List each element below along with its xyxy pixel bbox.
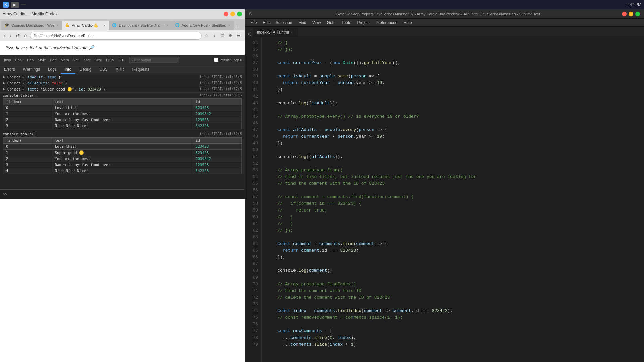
menu-help[interactable]: Help: [401, 20, 415, 26]
console-row-isadult: ▶ Object { isAdult: true } index-START.h…: [0, 74, 245, 80]
console-location-3[interactable]: index-START.html:67:5: [200, 87, 242, 91]
expand-arrow[interactable]: ▶: [3, 75, 5, 79]
settings-icon[interactable]: ⚙: [227, 32, 234, 39]
forward-button[interactable]: ›: [8, 32, 13, 39]
os-tag[interactable]: [21, 4, 26, 5]
devtools-tab-css[interactable]: CSS: [95, 65, 112, 74]
sublime-max-btn[interactable]: [635, 12, 640, 16]
expand-arrow-2[interactable]: ▶: [3, 81, 5, 85]
url-input[interactable]: [30, 32, 202, 40]
menu-goto[interactable]: Goto: [324, 20, 338, 26]
devtools-tab-logs[interactable]: Logs: [44, 65, 61, 74]
table1-label: console.table(): [0, 93, 39, 98]
code-line: [267, 160, 639, 167]
devtools-tab-xhr[interactable]: XHR: [112, 65, 128, 74]
devtools-mem-btn[interactable]: Mem: [59, 57, 71, 63]
browser-tab-newpost[interactable]: 🌐 Add a New Post ‹ Starlifter: ×: [172, 21, 234, 30]
code-line: // Find the comment with this ID: [267, 288, 639, 294]
line-number: 47: [245, 127, 258, 133]
line-number: 35: [245, 46, 258, 53]
menu-file[interactable]: File: [248, 20, 259, 26]
sublime-tab-close[interactable]: ×: [291, 31, 293, 34]
home-button[interactable]: ⌂: [23, 32, 29, 39]
browser-close-btn[interactable]: [224, 12, 228, 16]
code-line: });: [267, 254, 639, 261]
browser-panel: Array Cardio — Mozilla Firefox 🎓 Courses…: [0, 9, 245, 362]
code-line: return currentYear - person.year >= 19;: [267, 133, 639, 140]
line-number: 70: [245, 281, 258, 288]
devtools-scra-btn[interactable]: Scra: [93, 57, 104, 63]
persist-logs-checkbox[interactable]: Persist Logs: [214, 58, 240, 62]
code-line: [267, 261, 639, 267]
devtools-tab-debug[interactable]: Debug: [75, 65, 95, 74]
menu-project[interactable]: Project: [355, 20, 372, 26]
devtools-stor-btn[interactable]: Stor: [82, 57, 93, 63]
browser-tab-courses[interactable]: 🎓 Courses Dashboard | Wes ×: [1, 21, 62, 30]
devtools-inspector-btn[interactable]: Insp: [2, 57, 13, 63]
menu-preferences[interactable]: Preferences: [373, 20, 400, 26]
line-number: 73: [245, 301, 258, 308]
sublime-tab-index[interactable]: index-START.html ×: [253, 28, 297, 37]
os-topbar-left: K ▶: [3, 2, 26, 8]
line-number: 60: [245, 214, 258, 221]
expand-arrow-3[interactable]: ▶: [3, 87, 5, 91]
console-location-1[interactable]: index-START.html:43:5: [200, 75, 242, 79]
devtools-perf-btn[interactable]: Perf: [48, 57, 59, 63]
devtools-filter-input[interactable]: [129, 57, 179, 63]
menu-tools[interactable]: Tools: [339, 20, 354, 26]
devtools-h-btn[interactable]: H ▸: [117, 57, 126, 63]
line-number: 50: [245, 147, 258, 154]
devtools-tabs: Errors Warnings Logs Info Debug CSS XHR …: [0, 65, 245, 74]
devtools-close-btn[interactable]: ×: [240, 57, 243, 63]
code-line: // Array.prototype.find(): [267, 167, 639, 174]
code-line: ...comments.slice(index + 1): [267, 341, 639, 348]
table2-location[interactable]: index-START.html:82:5: [197, 132, 245, 136]
persist-logs-check[interactable]: [214, 58, 218, 62]
browser-max-btn[interactable]: [237, 12, 242, 16]
devtools-tab-requests[interactable]: Requests: [128, 65, 153, 74]
tab-close-courses[interactable]: ×: [57, 24, 59, 27]
download-icon[interactable]: ↓: [211, 32, 218, 39]
bookmark-icon[interactable]: ☆: [203, 32, 210, 39]
table1-location[interactable]: index-START.html:81:5: [197, 93, 245, 97]
devtools-tab-errors[interactable]: Errors: [0, 65, 19, 74]
console-location-2[interactable]: index-START.html:51:5: [200, 81, 242, 85]
shield-icon[interactable]: 🛡: [219, 32, 226, 39]
os-topbar-right: 2:47 PM: [626, 2, 641, 7]
sublime-sidebar-toggle[interactable]: ◁: [245, 30, 253, 37]
browser-tab-arraycardio[interactable]: 💪 Array Cardio 💪 ×: [62, 21, 109, 30]
code-line: // const removedComment = comments.splic…: [267, 314, 639, 321]
table-row: 0Love this!523423: [3, 144, 241, 150]
tab-close-dashboard[interactable]: ×: [166, 24, 168, 27]
tab-close-arraycardio[interactable]: ×: [104, 24, 106, 27]
menu-view[interactable]: View: [310, 20, 324, 26]
devtools-tab-info[interactable]: Info: [61, 65, 75, 74]
line-number: 45: [245, 113, 258, 120]
devtools-dom-btn[interactable]: DOM: [104, 57, 117, 63]
sublime-close-btn[interactable]: [622, 12, 627, 16]
devtools-content: ▶ Object { isAdult: true } index-START.h…: [0, 74, 245, 189]
browser-min-btn[interactable]: [230, 12, 235, 16]
back-button[interactable]: ‹: [3, 32, 7, 39]
line-number: 52: [245, 160, 258, 167]
code-line: [267, 187, 639, 194]
table-row: 3Ramen is my fav food ever123523: [3, 162, 241, 168]
tab-close-newpost[interactable]: ×: [228, 24, 230, 27]
reload-button[interactable]: ↺: [14, 32, 21, 40]
tab-add-button[interactable]: +: [234, 24, 241, 30]
os-active-app[interactable]: ▶: [11, 2, 19, 8]
tab-favicon-courses: 🎓: [5, 23, 9, 28]
devtools-debugger-btn[interactable]: Deb: [25, 57, 36, 63]
devtools-tab-warnings[interactable]: Warnings: [19, 65, 44, 74]
devtools-style-btn[interactable]: Style: [36, 57, 48, 63]
menu-icon[interactable]: ☰: [235, 32, 242, 39]
devtools-net-btn[interactable]: Net.: [71, 57, 82, 63]
menu-edit[interactable]: Edit: [260, 20, 272, 26]
menu-find[interactable]: Find: [296, 20, 309, 26]
menu-selection[interactable]: Selection: [273, 20, 295, 26]
browser-tab-dashboard[interactable]: 🌐 Dashboard ‹ Starlifter.NZ — ×: [109, 21, 172, 30]
devtools-console-btn[interactable]: Con:: [13, 57, 25, 63]
code-content[interactable]: // } // }); const currentYear = (new Dat…: [262, 37, 644, 362]
code-line: // }: [267, 214, 639, 221]
sublime-min-btn[interactable]: [629, 12, 633, 16]
